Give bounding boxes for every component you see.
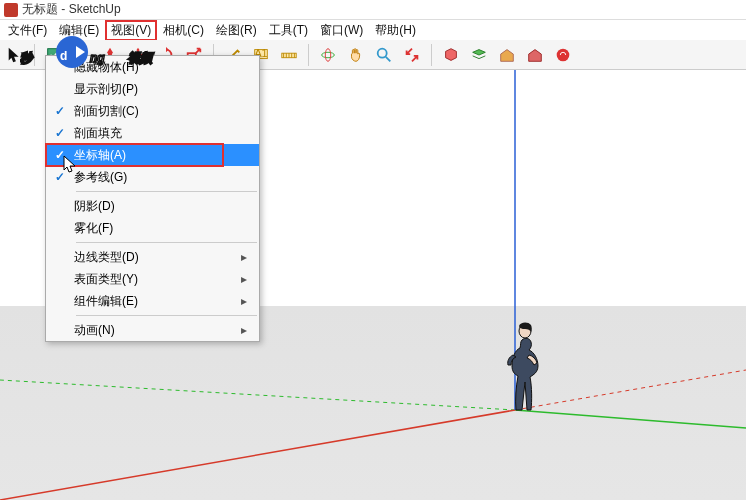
submenu-arrow-icon: ▸ bbox=[241, 250, 259, 264]
warehouse-upload-icon[interactable] bbox=[524, 44, 546, 66]
toolbar-separator bbox=[34, 44, 35, 66]
scale-figure bbox=[500, 320, 542, 418]
cursor-pointer-icon bbox=[63, 155, 79, 178]
layers-icon[interactable] bbox=[468, 44, 490, 66]
axis-green bbox=[515, 410, 746, 428]
extension-icon[interactable] bbox=[552, 44, 574, 66]
menu-item-section-planes[interactable]: ✓剖面切割(C) bbox=[46, 100, 259, 122]
axis-green-neg bbox=[0, 380, 515, 410]
menu-item-animation[interactable]: 动画(N)▸ bbox=[46, 319, 259, 341]
app-icon bbox=[4, 3, 18, 17]
svg-point-7 bbox=[325, 48, 330, 61]
title-bar: 无标题 - SketchUp bbox=[0, 0, 746, 20]
view-menu-dropdown: 隐藏物体(H) 显示剖切(P) ✓剖面切割(C) ✓剖面填充 ✓坐标轴(A) ✓… bbox=[45, 55, 260, 342]
svg-point-9 bbox=[557, 48, 570, 61]
menu-bar: 文件(F) 编辑(E) 视图(V) 相机(C) 绘图(R) 工具(T) 窗口(W… bbox=[0, 20, 746, 40]
menu-draw[interactable]: 绘图(R) bbox=[210, 20, 263, 41]
toolbar-separator bbox=[308, 44, 309, 66]
menu-item-show-section[interactable]: 显示剖切(P) bbox=[46, 78, 259, 100]
submenu-arrow-icon: ▸ bbox=[241, 272, 259, 286]
check-icon: ✓ bbox=[46, 104, 74, 118]
menu-item-fog[interactable]: 雾化(F) bbox=[46, 217, 259, 239]
zoom-extents-icon[interactable] bbox=[401, 44, 423, 66]
select-tool-icon[interactable] bbox=[4, 44, 26, 66]
menu-camera[interactable]: 相机(C) bbox=[157, 20, 210, 41]
tape-tool-icon[interactable] bbox=[278, 44, 300, 66]
menu-tools[interactable]: 工具(T) bbox=[263, 20, 314, 41]
menu-item-shadows[interactable]: 阴影(D) bbox=[46, 195, 259, 217]
menu-window[interactable]: 窗口(W) bbox=[314, 20, 369, 41]
menu-separator bbox=[76, 315, 257, 316]
title-text: 无标题 - SketchUp bbox=[22, 1, 121, 18]
zoom-icon[interactable] bbox=[373, 44, 395, 66]
warehouse-icon[interactable] bbox=[496, 44, 518, 66]
menu-item-section-fill[interactable]: ✓剖面填充 bbox=[46, 122, 259, 144]
submenu-arrow-icon: ▸ bbox=[241, 323, 259, 337]
menu-item-face-style[interactable]: 表面类型(Y)▸ bbox=[46, 268, 259, 290]
toolbar-separator bbox=[431, 44, 432, 66]
menu-item-edge-style[interactable]: 边线类型(D)▸ bbox=[46, 246, 259, 268]
pan-icon[interactable] bbox=[345, 44, 367, 66]
menu-help[interactable]: 帮助(H) bbox=[369, 20, 422, 41]
check-icon: ✓ bbox=[46, 126, 74, 140]
svg-point-6 bbox=[322, 52, 335, 57]
menu-item-hidden-geometry[interactable]: 隐藏物体(H) bbox=[46, 56, 259, 78]
menu-file[interactable]: 文件(F) bbox=[2, 20, 53, 41]
axis-red bbox=[0, 410, 515, 500]
svg-point-8 bbox=[378, 48, 387, 57]
menu-view[interactable]: 视图(V) bbox=[105, 20, 157, 41]
component-icon[interactable] bbox=[440, 44, 462, 66]
menu-item-component-edit[interactable]: 组件编辑(E)▸ bbox=[46, 290, 259, 312]
menu-separator bbox=[76, 242, 257, 243]
menu-separator bbox=[76, 191, 257, 192]
orbit-icon[interactable] bbox=[317, 44, 339, 66]
axis-red-neg bbox=[515, 370, 746, 410]
submenu-arrow-icon: ▸ bbox=[241, 294, 259, 308]
menu-edit[interactable]: 编辑(E) bbox=[53, 20, 105, 41]
